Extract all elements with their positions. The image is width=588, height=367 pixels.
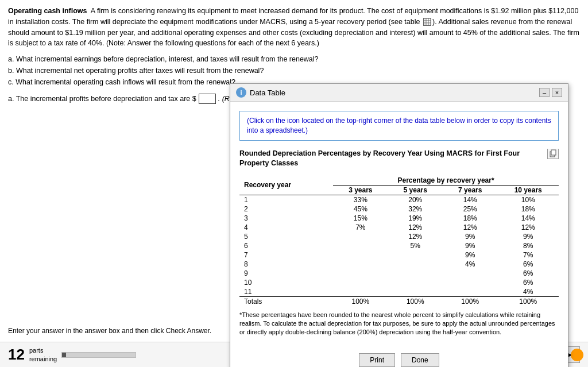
problem-title: Operating cash inflows bbox=[8, 7, 87, 15]
col-7yr-header: 7 years bbox=[443, 185, 497, 195]
table-row: 65%9%8% bbox=[239, 241, 559, 250]
problem-text: Operating cash inflows A firm is conside… bbox=[8, 6, 580, 49]
instruction-text: (Click on the icon located on the top-ri… bbox=[247, 117, 551, 134]
svg-rect-6 bbox=[551, 150, 556, 155]
bottom-hint: Enter your answer in the answer box and … bbox=[8, 327, 211, 335]
instruction-box: (Click on the icon located on the top-ri… bbox=[239, 111, 559, 141]
table-row: 114% bbox=[239, 287, 559, 297]
svg-rect-4 bbox=[424, 18, 431, 25]
parts-label: parts remaining bbox=[29, 346, 57, 363]
answer-input-box[interactable] bbox=[199, 94, 216, 104]
question-b: b. What incremental net operating profit… bbox=[8, 65, 580, 76]
modal-footer: Print Done bbox=[230, 346, 568, 367]
grid-icon-container bbox=[422, 18, 432, 26]
parts-number: 12 bbox=[8, 346, 25, 364]
table-row: 47%12%12%12% bbox=[239, 223, 559, 232]
table-row: 84%6% bbox=[239, 260, 559, 269]
table-section-header: Rounded Depreciation Percentages by Reco… bbox=[239, 149, 559, 169]
modal-title-left: i Data Table bbox=[236, 87, 285, 98]
table-row: 315%19%18%14% bbox=[239, 214, 559, 223]
minimize-button[interactable]: – bbox=[539, 88, 550, 97]
table-row: 133%20%14%10% bbox=[239, 195, 559, 204]
modal-titlebar: i Data Table – × bbox=[230, 84, 568, 102]
done-button[interactable]: Done bbox=[401, 353, 439, 367]
table-row: 245%32%25%18% bbox=[239, 204, 559, 214]
totals-row: Totals100%100%100%100% bbox=[239, 296, 559, 306]
parts-section: 12 parts remaining bbox=[8, 346, 136, 364]
close-button[interactable]: × bbox=[552, 88, 562, 97]
table-row: 96% bbox=[239, 269, 559, 278]
col-3yr-header: 3 years bbox=[333, 185, 388, 195]
modal-controls: – × bbox=[539, 88, 562, 97]
table-header-row: Recovery year Percentage by recovery yea… bbox=[239, 176, 559, 186]
modal-title: Data Table bbox=[250, 88, 285, 97]
answer-prompt: a. The incremental profits before deprec… bbox=[8, 95, 196, 103]
data-table-modal: i Data Table – × (Click on the icon loca… bbox=[230, 83, 568, 367]
question-a: a. What incremental earnings before depr… bbox=[8, 53, 580, 65]
col-10yr-header: 10 years bbox=[497, 185, 559, 195]
col-recovery-header: Recovery year bbox=[239, 176, 333, 195]
table-row: 79%7% bbox=[239, 250, 559, 260]
copy-icon[interactable] bbox=[547, 149, 559, 159]
table-row: 106% bbox=[239, 278, 559, 287]
macrs-table: Recovery year Percentage by recovery yea… bbox=[239, 176, 559, 306]
progress-bar-fill bbox=[62, 353, 65, 357]
col-5yr-header: 5 years bbox=[388, 185, 443, 195]
info-icon: i bbox=[236, 87, 246, 98]
table-icon bbox=[423, 18, 431, 26]
pct-header: Percentage by recovery year* bbox=[333, 176, 559, 186]
progress-bar bbox=[61, 352, 136, 358]
table-row: 512%9%9% bbox=[239, 232, 559, 241]
print-button[interactable]: Print bbox=[359, 353, 395, 367]
table-footnote: *These percentages have been rounded to … bbox=[239, 311, 559, 337]
modal-body: (Click on the icon located on the top-ri… bbox=[230, 102, 568, 346]
orange-indicator bbox=[571, 349, 583, 361]
